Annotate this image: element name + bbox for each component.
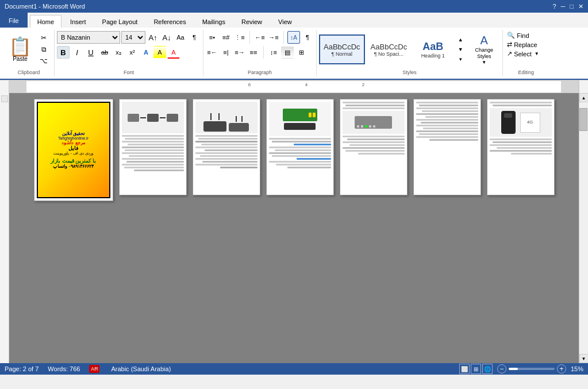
italic-button[interactable]: I [71,46,83,59]
increase-indent-button[interactable]: →≡ [267,31,280,44]
numbering-button[interactable]: ≡# [220,31,232,44]
scroll-thumb[interactable] [579,108,587,131]
scroll-down-button[interactable]: ▼ [579,354,589,363]
clear-format-btn[interactable]: Aa [174,31,187,44]
copy-button[interactable]: ⧉ [37,44,51,55]
decrease-indent-button[interactable]: ←≡ [253,31,266,44]
card-chip1 [309,113,312,117]
full-screen-btn[interactable]: ⊞ [471,364,481,374]
page5-switch-area [343,111,405,134]
port5 [373,125,375,128]
multilevel-button[interactable]: ⋮≡ [233,31,246,44]
show-para-button[interactable]: ¶ [301,31,314,44]
zoom-track[interactable] [509,368,555,370]
antenna-l [210,113,212,120]
font-color-button[interactable]: A [167,46,180,59]
text-line [195,147,258,148]
tab-references[interactable]: References [146,15,193,28]
cut-button[interactable]: ✂ [37,32,51,44]
para-separator1 [249,31,250,44]
page4-text [269,138,331,168]
text-line [421,122,478,124]
scroll-up-button[interactable]: ▲ [579,93,589,102]
text-line [345,105,405,106]
tab-file[interactable]: File [0,13,28,28]
tab-insert[interactable]: Insert [63,15,94,28]
text-line [416,130,478,132]
style-normal-button[interactable]: AaBbCcDc ¶ Normal [319,34,365,64]
tab-home[interactable]: Home [30,15,62,28]
page-3 [193,99,260,195]
style-scroll-down[interactable]: ▼ [454,44,467,54]
superscript-button[interactable]: x² [126,46,139,59]
ad-download-ref: مرجع دانلـود [62,140,84,145]
minimize-btn[interactable]: ─ [561,3,566,10]
style-more-button[interactable]: ▾ [454,55,467,64]
style-heading1-button[interactable]: AaB Heading 1 [413,34,453,64]
decrease-font-btn[interactable]: A↓ [160,31,173,44]
replace-button[interactable]: ⇄ Replace [505,40,539,49]
restore-btn[interactable]: □ [570,3,574,10]
paste-button[interactable]: 📋 Paste [6,31,34,68]
align-left-button[interactable]: ≡← [206,46,218,59]
align-center-button[interactable]: ≡| [220,46,232,59]
router2-antennas [236,116,243,122]
justify-button[interactable]: ≡≡ [247,46,260,59]
select-button[interactable]: ↗ Select ▼ [505,49,541,58]
style-scroll-up[interactable]: ▲ [454,34,467,44]
text-line [220,167,258,168]
line-spacing-button[interactable]: ↕≡ [267,46,280,59]
borders-button[interactable]: ⊞ [295,46,308,59]
text-line [343,102,405,103]
page7-modem-area: 4G [490,108,552,137]
zoom-in-button[interactable]: + [557,364,566,373]
subscript-button[interactable]: x₂ [112,46,125,59]
text-line [269,161,331,163]
text-effects-button[interactable]: A [140,46,152,59]
align-right-button[interactable]: ≡→ [233,46,246,59]
change-styles-button[interactable]: A ChangeStyles ▼ [468,33,500,66]
port4 [369,125,371,128]
style-nospace-button[interactable]: AaBbCcDc ¶ No Spaci... [366,34,412,64]
paste-label: Paste [13,56,28,62]
strikethrough-button[interactable]: ab [98,46,111,59]
text-line [195,164,258,165]
highlight-button[interactable]: A [153,46,166,59]
font-size-select[interactable]: 14 [121,31,145,44]
bullets-button[interactable]: ≡• [206,31,218,44]
page2-network-diagram [122,102,184,133]
web-layout-btn[interactable]: 🌐 [482,364,493,374]
sort-button[interactable]: ↕A [287,31,300,44]
tab-view[interactable]: View [271,15,299,28]
find-button[interactable]: 🔍 Find [505,31,531,40]
increase-font-btn[interactable]: A↑ [147,31,159,44]
close-btn[interactable]: ✕ [578,3,583,10]
tab-review[interactable]: Review [234,15,270,28]
scroll-track[interactable] [579,102,588,354]
text-line [416,102,478,103]
tab-page-layout[interactable]: Page Layout [95,15,145,28]
style-gallery: AaBbCcDc ¶ Normal AaBbCcDc ¶ No Spaci...… [319,34,467,64]
ruler-area: 6 4 2 [0,80,588,93]
usb-hub [284,123,316,130]
show-char-btn[interactable]: ¶ [188,31,201,44]
word-count: Words: 766 [48,365,80,372]
page7-content: 4G [487,99,554,157]
bold-button[interactable]: B [57,46,70,59]
text-line [122,147,184,148]
format-painter-button[interactable]: ⌥ [37,55,51,67]
tab-mailings[interactable]: Mailings [195,15,233,28]
help-icon[interactable]: ? [552,3,556,10]
font-name-select[interactable]: B Nazanin [57,31,120,44]
zoom-level: 15% [571,365,583,372]
box-text: 4G [527,120,533,125]
sidebar-tools [0,93,9,102]
page5-header-text [343,102,405,109]
sidebar-tool-1[interactable] [1,95,8,102]
font-group-top: B Nazanin 14 A↑ A↓ Aa ¶ B I U ab x₂ x [57,31,201,68]
text-line [122,141,184,142]
shading-button[interactable]: ▤ [281,46,294,59]
zoom-out-button[interactable]: − [497,364,506,373]
underline-button[interactable]: U [84,46,97,59]
print-layout-btn[interactable]: ⬜ [459,364,470,374]
